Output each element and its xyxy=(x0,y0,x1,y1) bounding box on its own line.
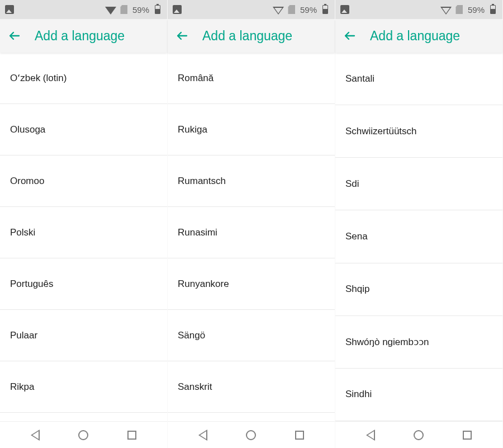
language-item[interactable]: Rumantsch xyxy=(168,155,335,207)
wifi-icon xyxy=(273,4,283,15)
language-label: Română xyxy=(178,73,213,84)
language-list[interactable]: Santali Schwiizertüütsch Sdi Sena Shqip … xyxy=(335,53,502,421)
phone-panel: 59% Add a language Română Rukiga Rumants… xyxy=(168,0,335,448)
status-bar: 59% xyxy=(168,0,335,19)
nav-bar xyxy=(335,421,502,448)
language-label: Santali xyxy=(345,73,374,84)
battery-text: 59% xyxy=(132,5,149,15)
language-item[interactable]: Sanskrit xyxy=(168,361,335,413)
language-item[interactable]: Português xyxy=(0,258,167,310)
app-bar: Add a language xyxy=(168,19,335,53)
status-bar: 59% xyxy=(0,0,167,19)
nav-bar xyxy=(168,421,335,448)
battery-text: 59% xyxy=(468,5,485,15)
status-bar: 59% xyxy=(335,0,502,19)
no-sim-icon xyxy=(119,4,129,15)
page-title: Add a language xyxy=(370,29,460,44)
wifi-icon xyxy=(106,4,116,15)
language-item[interactable]: Rukiga xyxy=(168,104,335,155)
language-label: Sindhi xyxy=(345,389,372,400)
language-item[interactable]: Olusoga xyxy=(0,104,167,155)
language-item[interactable]: Română xyxy=(168,53,335,104)
phone-panel: 59% Add a language Santali Schwiizertüüt… xyxy=(335,0,503,448)
app-bar: Add a language xyxy=(0,19,167,53)
no-sim-icon xyxy=(454,4,464,15)
language-label: Schwiizertüütsch xyxy=(345,126,417,137)
battery-icon xyxy=(488,4,498,15)
nav-home-button[interactable] xyxy=(77,428,90,442)
back-button[interactable] xyxy=(175,29,189,43)
language-label: Oʻzbek (lotin) xyxy=(10,72,67,84)
picture-icon xyxy=(172,4,182,15)
language-item[interactable]: Oʻzbek (lotin) xyxy=(0,53,167,104)
language-label: Sängö xyxy=(178,330,205,341)
language-label: Rikpa xyxy=(10,381,34,393)
nav-recent-button[interactable] xyxy=(461,428,474,442)
no-sim-icon xyxy=(287,4,297,15)
language-item[interactable]: Shwóŋò ngiembɔɔn xyxy=(335,316,502,369)
language-item[interactable]: Oromoo xyxy=(0,155,167,207)
language-label: Shqip xyxy=(345,284,369,295)
language-label: Sdi xyxy=(345,178,359,190)
phone-panel: 59% Add a language Oʻzbek (lotin) Olusog… xyxy=(0,0,168,448)
language-list[interactable]: Română Rukiga Rumantsch Runasimi Runyank… xyxy=(168,53,335,421)
language-item[interactable]: Sängö xyxy=(168,310,335,361)
nav-bar xyxy=(0,421,167,448)
wifi-icon xyxy=(441,4,451,15)
page-title: Add a language xyxy=(35,29,125,44)
language-item[interactable]: Rikpa xyxy=(0,361,167,413)
language-item[interactable]: Sindhi xyxy=(335,369,502,421)
language-item[interactable]: Sdi xyxy=(335,158,502,210)
battery-icon xyxy=(153,4,163,15)
language-label: Sena xyxy=(345,231,368,242)
language-label: Oromoo xyxy=(10,176,44,187)
language-label: Runyankore xyxy=(178,279,229,290)
language-item[interactable]: Runyankore xyxy=(168,258,335,310)
back-button[interactable] xyxy=(8,29,21,43)
language-list[interactable]: Oʻzbek (lotin) Olusoga Oromoo Polski Por… xyxy=(0,53,167,421)
language-item[interactable]: Polski xyxy=(0,207,167,258)
language-item[interactable]: Runasimi xyxy=(168,207,335,258)
nav-recent-button[interactable] xyxy=(293,428,306,442)
nav-back-button[interactable] xyxy=(29,428,42,442)
language-label: Sanskrit xyxy=(178,381,212,393)
language-item[interactable]: Sena xyxy=(335,210,502,263)
battery-icon xyxy=(320,4,330,15)
app-bar: Add a language xyxy=(335,19,502,53)
language-label: Português xyxy=(10,279,54,290)
page-title: Add a language xyxy=(202,29,292,44)
picture-icon xyxy=(340,4,350,15)
nav-back-button[interactable] xyxy=(196,428,210,442)
language-label: Rukiga xyxy=(178,124,207,135)
nav-home-button[interactable] xyxy=(244,428,258,442)
language-item[interactable]: Pulaar xyxy=(0,310,167,361)
language-item[interactable]: Schwiizertüütsch xyxy=(335,105,502,158)
language-item[interactable]: Shqip xyxy=(335,263,502,316)
language-label: Shwóŋò ngiembɔɔn xyxy=(345,336,429,348)
nav-back-button[interactable] xyxy=(364,428,377,442)
picture-icon xyxy=(4,4,15,15)
nav-home-button[interactable] xyxy=(412,428,425,442)
language-label: Pulaar xyxy=(10,330,37,341)
language-label: Rumantsch xyxy=(178,176,226,187)
battery-text: 59% xyxy=(300,5,317,15)
language-item[interactable]: Santali xyxy=(335,53,502,105)
back-button[interactable] xyxy=(343,29,357,43)
nav-recent-button[interactable] xyxy=(125,428,139,442)
language-label: Olusoga xyxy=(10,124,45,135)
language-label: Runasimi xyxy=(178,227,217,238)
language-label: Polski xyxy=(10,227,35,238)
